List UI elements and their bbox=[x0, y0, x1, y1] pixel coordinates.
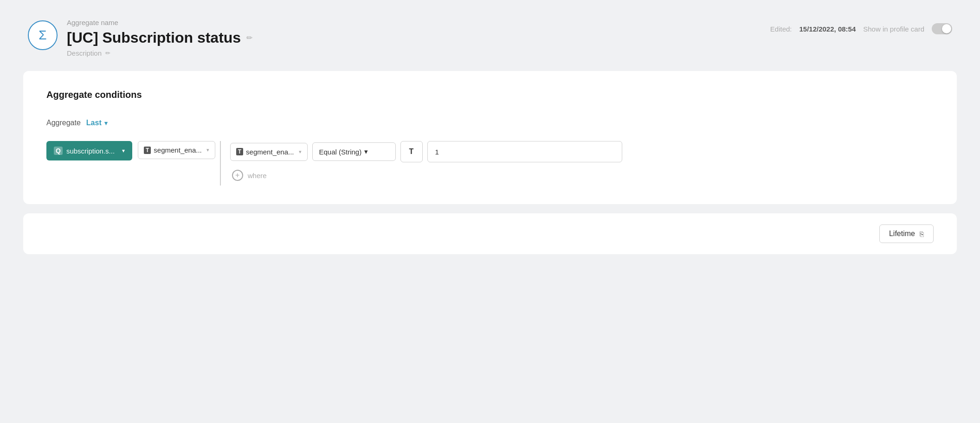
right-side-conditions: T segment_ena... ▾ Equal (String) ▾ T bbox=[220, 141, 622, 186]
section-title: Aggregate conditions bbox=[46, 90, 934, 100]
show-in-profile-card-label: Show in profile card bbox=[863, 25, 924, 33]
aggregate-value: Last bbox=[86, 119, 102, 127]
aggregate-title-row: [UC] Subscription status ✏ bbox=[67, 29, 252, 46]
show-in-profile-card-toggle[interactable] bbox=[932, 23, 952, 34]
bottom-card: Lifetime ⎘ bbox=[23, 213, 957, 254]
segment1-type-icon: T bbox=[144, 147, 151, 154]
lifetime-label: Lifetime bbox=[889, 230, 915, 238]
page-wrapper: Σ Aggregate name [UC] Subscription statu… bbox=[0, 0, 980, 423]
where-label: where bbox=[248, 172, 267, 179]
description-edit-icon[interactable]: ✏ bbox=[105, 50, 110, 57]
header-title-block: Aggregate name [UC] Subscription status … bbox=[67, 19, 252, 57]
subscription-dropdown[interactable]: Q subscription.s... ▾ bbox=[46, 141, 132, 160]
description-label: Description bbox=[67, 49, 102, 57]
aggregate-chevron-icon: ▾ bbox=[104, 120, 108, 127]
equal-string-dropdown[interactable]: Equal (String) ▾ bbox=[312, 142, 396, 161]
where-row: + where bbox=[230, 170, 622, 181]
header: Σ Aggregate name [UC] Subscription statu… bbox=[23, 19, 957, 57]
condition-inner-row: T segment_ena... ▾ Equal (String) ▾ T bbox=[230, 141, 622, 162]
q-icon: Q bbox=[54, 147, 63, 155]
segment1-chevron-icon: ▾ bbox=[206, 147, 209, 153]
segment2-chevron-icon: ▾ bbox=[299, 149, 302, 155]
conditions-row: Q subscription.s... ▾ T segment_ena... ▾… bbox=[46, 141, 934, 186]
value-input[interactable] bbox=[427, 141, 622, 162]
t-icon-button[interactable]: T bbox=[400, 141, 423, 162]
segment1-label: segment_ena... bbox=[154, 146, 201, 154]
sigma-icon: Σ bbox=[39, 28, 46, 43]
edited-label: Edited: bbox=[770, 25, 792, 33]
equal-string-label: Equal (String) bbox=[319, 148, 362, 156]
lifetime-button[interactable]: Lifetime ⎘ bbox=[879, 224, 934, 243]
sigma-icon-wrapper: Σ bbox=[28, 20, 58, 50]
title-edit-icon[interactable]: ✏ bbox=[246, 33, 252, 42]
copy-icon: ⎘ bbox=[920, 230, 924, 238]
subscription-label: subscription.s... bbox=[66, 147, 115, 155]
segment-dropdown-1[interactable]: T segment_ena... ▾ bbox=[138, 141, 215, 159]
add-where-button[interactable]: + bbox=[232, 170, 243, 181]
aggregate-title: [UC] Subscription status bbox=[67, 29, 241, 46]
aggregate-name-label: Aggregate name bbox=[67, 19, 252, 26]
header-right: Edited: 15/12/2022, 08:54 Show in profil… bbox=[770, 23, 952, 34]
t-icon: T bbox=[409, 147, 414, 156]
plus-icon: + bbox=[235, 172, 239, 179]
aggregate-row: Aggregate Last ▾ bbox=[46, 119, 934, 127]
aggregate-dropdown[interactable]: Last ▾ bbox=[86, 119, 108, 127]
edited-date: 15/12/2022, 08:54 bbox=[799, 25, 856, 33]
header-left: Σ Aggregate name [UC] Subscription statu… bbox=[28, 19, 252, 57]
equal-string-chevron-icon: ▾ bbox=[364, 147, 368, 156]
subscription-chevron-icon: ▾ bbox=[122, 147, 125, 154]
aggregate-static-label: Aggregate bbox=[46, 119, 81, 127]
description-row[interactable]: Description ✏ bbox=[67, 49, 252, 57]
segment-dropdown-2[interactable]: T segment_ena... ▾ bbox=[230, 143, 308, 161]
segment2-label: segment_ena... bbox=[246, 148, 294, 156]
segment2-type-icon: T bbox=[236, 148, 243, 155]
main-card: Aggregate conditions Aggregate Last ▾ Q … bbox=[23, 71, 957, 204]
